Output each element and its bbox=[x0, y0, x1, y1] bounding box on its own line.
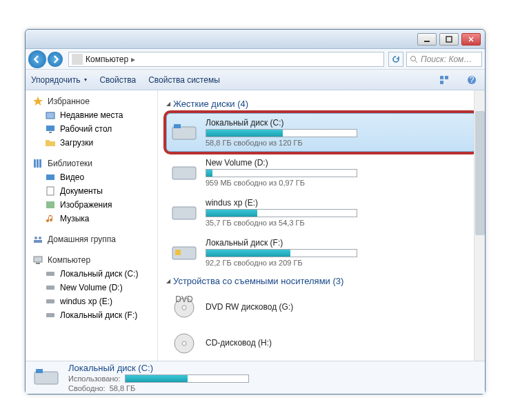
svg-text:DVD: DVD bbox=[175, 295, 193, 304]
sidebar-recent-places[interactable]: Недавние места bbox=[26, 108, 157, 122]
svg-rect-12 bbox=[37, 159, 39, 168]
svg-rect-16 bbox=[46, 201, 54, 208]
sidebar-homegroup-header[interactable]: Домашняя группа bbox=[26, 232, 157, 246]
svg-rect-27 bbox=[174, 124, 181, 128]
svg-rect-37 bbox=[34, 372, 58, 384]
hdd-group-header[interactable]: Жесткие диски (4) bbox=[166, 96, 477, 112]
address-text: Компьютер bbox=[86, 54, 128, 64]
hdd-icon bbox=[170, 120, 199, 145]
minimize-button[interactable] bbox=[417, 33, 437, 46]
drive-h[interactable]: CD-дисковод (H:) bbox=[166, 326, 477, 361]
capacity-bar bbox=[206, 169, 357, 177]
sidebar-desktop[interactable]: Рабочий стол bbox=[26, 122, 157, 136]
hdd-icon bbox=[45, 282, 56, 293]
hdd-icon bbox=[45, 310, 56, 321]
free-value: 58,8 ГБ bbox=[110, 384, 136, 392]
help-button[interactable]: ? bbox=[464, 72, 479, 88]
drive-info: 92,2 ГБ свободно из 209 ГБ bbox=[206, 259, 473, 267]
folder-icon bbox=[45, 137, 56, 148]
sidebar-pictures[interactable]: Изображения bbox=[26, 198, 157, 212]
drive-e[interactable]: windus xp (E:) 35,7 ГБ свободно из 54,3 … bbox=[166, 193, 477, 232]
svg-rect-28 bbox=[172, 167, 196, 179]
navigation-pane[interactable]: Избранное Недавние места Рабочий стол За… bbox=[26, 90, 158, 361]
documents-icon bbox=[45, 186, 56, 197]
hdd-icon bbox=[45, 268, 56, 279]
drive-info: 959 МБ свободно из 0,97 ГБ bbox=[206, 179, 473, 187]
svg-rect-24 bbox=[46, 299, 54, 303]
scrollbar[interactable] bbox=[474, 90, 485, 361]
svg-rect-15 bbox=[47, 187, 54, 195]
video-icon bbox=[45, 172, 56, 183]
sidebar-music[interactable]: Музыка bbox=[26, 212, 157, 226]
star-icon bbox=[32, 96, 43, 107]
refresh-button[interactable] bbox=[388, 52, 403, 67]
view-options-button[interactable] bbox=[437, 72, 452, 88]
sidebar-computer-header[interactable]: Компьютер bbox=[26, 253, 157, 267]
free-label: Свободно: bbox=[68, 384, 106, 392]
sidebar-video[interactable]: Видео bbox=[26, 170, 157, 184]
forward-button[interactable] bbox=[48, 52, 63, 67]
music-icon bbox=[45, 213, 56, 224]
svg-rect-3 bbox=[440, 76, 443, 79]
svg-rect-21 bbox=[36, 263, 40, 264]
maximize-button[interactable] bbox=[439, 33, 459, 46]
svg-point-18 bbox=[39, 237, 41, 239]
svg-rect-4 bbox=[445, 76, 448, 79]
status-title: Локальный диск (C:) bbox=[68, 363, 249, 373]
svg-rect-38 bbox=[36, 369, 43, 373]
drive-name: Локальный диск (C:) bbox=[206, 118, 473, 128]
explorer-window: Компьютер ▸ Поиск: Ком… Упорядочить Свой… bbox=[25, 29, 486, 394]
drive-name: windus xp (E:) bbox=[206, 198, 473, 208]
homegroup-icon bbox=[32, 234, 43, 245]
svg-point-2 bbox=[411, 56, 416, 61]
libraries-icon bbox=[32, 158, 43, 169]
drive-name: DVD RW дисковод (G:) bbox=[206, 302, 473, 312]
content-pane[interactable]: Жесткие диски (4) Локальный диск (C:) 58… bbox=[158, 90, 485, 361]
svg-rect-8 bbox=[46, 112, 54, 119]
sidebar-drive-e[interactable]: windus xp (E:) bbox=[26, 294, 157, 308]
dvd-icon: DVD bbox=[170, 295, 199, 320]
drive-d[interactable]: New Volume (D:) 959 МБ свободно из 0,97 … bbox=[166, 153, 477, 192]
svg-rect-23 bbox=[46, 286, 54, 290]
close-button[interactable] bbox=[461, 33, 481, 46]
removable-group-header[interactable]: Устройства со съемными носителями (3) bbox=[166, 273, 477, 289]
svg-point-33 bbox=[182, 306, 186, 310]
sidebar-libraries-header[interactable]: Библиотеки bbox=[26, 157, 157, 170]
drive-g[interactable]: DVD DVD RW дисковод (G:) bbox=[166, 290, 477, 325]
drive-info: 35,7 ГБ свободно из 54,3 ГБ bbox=[206, 219, 473, 227]
svg-rect-25 bbox=[46, 313, 54, 317]
status-capacity-bar bbox=[125, 374, 249, 383]
sidebar-downloads[interactable]: Загрузки bbox=[26, 136, 157, 150]
sidebar-drive-d[interactable]: New Volume (D:) bbox=[26, 281, 157, 294]
svg-rect-31 bbox=[175, 250, 181, 255]
details-pane: Локальный диск (C:) Использовано: Свобод… bbox=[26, 361, 485, 394]
desktop-icon bbox=[45, 123, 56, 134]
computer-icon bbox=[32, 254, 43, 266]
sidebar-documents[interactable]: Документы bbox=[26, 184, 157, 198]
scrollbar-thumb[interactable] bbox=[475, 111, 485, 235]
svg-text:?: ? bbox=[470, 75, 475, 85]
sidebar-drive-c[interactable]: Локальный диск (C:) bbox=[26, 267, 157, 281]
body-area: Избранное Недавние места Рабочий стол За… bbox=[26, 90, 485, 361]
svg-rect-1 bbox=[446, 37, 452, 42]
drive-f[interactable]: Локальный диск (F:) 92,2 ГБ свободно из … bbox=[166, 233, 477, 272]
search-icon bbox=[410, 55, 418, 63]
breadcrumb-arrow-icon[interactable]: ▸ bbox=[131, 54, 135, 64]
capacity-bar bbox=[206, 249, 357, 257]
titlebar bbox=[26, 30, 485, 49]
back-button[interactable] bbox=[28, 50, 46, 68]
system-properties-button[interactable]: Свойства системы bbox=[148, 75, 220, 85]
sidebar-drive-f[interactable]: Локальный диск (F:) bbox=[26, 308, 157, 322]
drive-name: CD-дисковод (H:) bbox=[206, 338, 473, 348]
svg-rect-13 bbox=[39, 159, 41, 168]
address-bar[interactable]: Компьютер ▸ bbox=[68, 52, 384, 67]
capacity-bar bbox=[206, 209, 357, 217]
svg-rect-9 bbox=[46, 126, 54, 131]
search-placeholder: Поиск: Ком… bbox=[421, 54, 472, 64]
sidebar-favorites-header[interactable]: Избранное bbox=[26, 94, 157, 108]
organize-button[interactable]: Упорядочить bbox=[31, 75, 87, 85]
properties-button[interactable]: Свойства bbox=[99, 75, 136, 85]
svg-rect-5 bbox=[440, 81, 443, 84]
drive-c[interactable]: Локальный диск (C:) 58,8 ГБ свободно из … bbox=[166, 113, 477, 152]
search-box[interactable]: Поиск: Ком… bbox=[406, 52, 482, 67]
